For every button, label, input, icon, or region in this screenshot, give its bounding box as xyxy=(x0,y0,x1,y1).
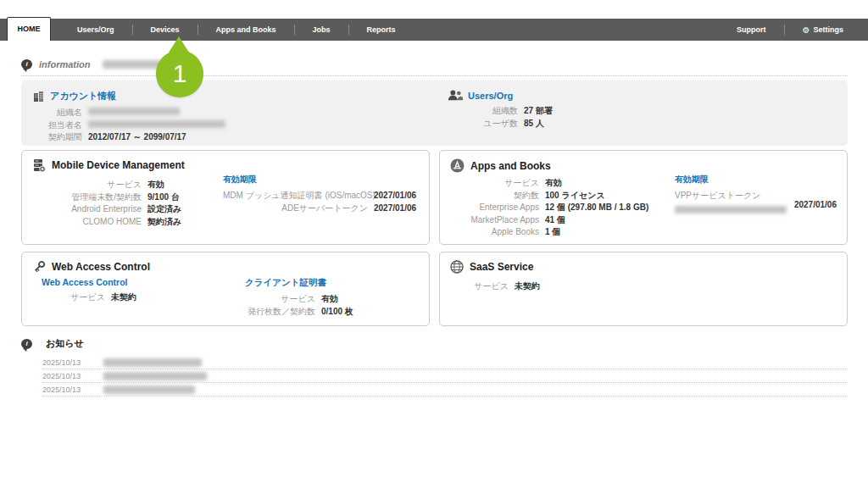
mdm-clomo-home-value: 契約済み xyxy=(147,216,181,228)
account-contact-value xyxy=(88,119,225,131)
ab-expiry-link[interactable]: 有効期限 xyxy=(675,174,787,186)
news-item-date: 2025/10/13 xyxy=(42,372,92,380)
tab-home[interactable]: HOME xyxy=(7,17,51,41)
ab-service-label: サービス xyxy=(440,177,545,189)
org-count-label: 組織数 xyxy=(448,105,524,117)
information-label: information xyxy=(39,59,91,69)
news-section: i お知らせ 2025/10/13 2025/10/13 2025/10/13 xyxy=(21,337,848,396)
info-bubble-icon: i xyxy=(21,59,32,69)
callout-step-badge: 1 xyxy=(156,50,203,97)
mdm-device-icon xyxy=(32,158,46,172)
saas-service-label: サービス xyxy=(440,280,515,292)
building-icon xyxy=(33,91,45,103)
wac-service-value: 未契約 xyxy=(111,291,136,303)
mdm-android-enterprise-value: 設定済み xyxy=(147,203,181,215)
cert-service-value: 有効 xyxy=(321,293,353,305)
news-item-date: 2025/10/13 xyxy=(42,385,92,394)
news-item-date: 2025/10/13 xyxy=(42,358,92,367)
mdm-android-enterprise-label: Android Enterprise xyxy=(22,203,147,215)
mdm-device-count-label: 管理端末数/契約数 xyxy=(22,191,147,203)
support-link[interactable]: Support xyxy=(719,25,784,34)
saas-card: SaaS Service サービス 未契約 xyxy=(439,252,848,326)
mdm-card-title: Mobile Device Management xyxy=(52,159,185,171)
globe-icon xyxy=(450,260,464,274)
news-item: 2025/10/13 xyxy=(42,369,848,383)
ab-enterprise-apps-label: Enterprise Apps xyxy=(440,202,545,214)
cert-service-label: サービス xyxy=(245,293,321,305)
users-icon xyxy=(448,90,463,101)
news-item-redacted-title[interactable] xyxy=(103,358,202,367)
information-row: i information xyxy=(21,53,848,76)
top-navbar: HOME Users/Org Devices Apps and Books Jo… xyxy=(0,19,868,41)
mdm-expiry-link[interactable]: 有効期限 xyxy=(223,174,416,186)
account-contract-period-label: 契約期間 xyxy=(33,131,88,143)
ab-marketplace-apps-value: 41 個 xyxy=(545,214,648,226)
ab-license-count-label: 契約数 xyxy=(440,190,545,202)
ab-marketplace-apps-label: MarketPlace Apps xyxy=(440,214,545,226)
appstore-icon xyxy=(450,158,465,173)
mdm-service-label: サービス xyxy=(22,179,147,191)
cert-issued-count-label: 発行枚数／契約数 xyxy=(245,306,321,318)
user-count-value: 85 人 xyxy=(524,118,553,130)
news-item: 2025/10/13 xyxy=(42,356,848,369)
tab-apps-and-books[interactable]: Apps and Books xyxy=(198,25,294,34)
ab-apple-books-value: 1 個 xyxy=(545,226,648,238)
vpp-token-redacted xyxy=(675,206,787,214)
apps-books-card-title: Apps and Books xyxy=(470,160,551,172)
gear-icon: ⚙ xyxy=(803,25,810,35)
tab-jobs[interactable]: Jobs xyxy=(295,25,348,34)
client-cert-link[interactable]: クライアント証明書 xyxy=(245,277,353,289)
account-contract-period-value: 2012/07/17 ～ 2099/07/17 xyxy=(88,131,225,143)
mdm-clomo-home-label: CLOMO HOME xyxy=(22,216,147,228)
ab-service-value: 有効 xyxy=(545,177,648,189)
vpp-token-label: VPPサービストークン xyxy=(675,190,787,202)
mdm-service-value: 有効 xyxy=(147,179,181,191)
mdm-device-count-value: 9/100 台 xyxy=(147,191,181,203)
web-access-control-link[interactable]: Web Access Control xyxy=(42,277,136,287)
mdm-card: Mobile Device Management サービス 有効 管理端末数/契… xyxy=(21,150,430,245)
ab-license-count-value: 100 ライセンス xyxy=(545,190,648,202)
cert-issued-count-value: 0/100 枚 xyxy=(321,306,353,318)
web-access-card-title: Web Access Control xyxy=(52,261,150,273)
tab-users-org[interactable]: Users/Org xyxy=(59,25,132,34)
news-item-redacted-title[interactable] xyxy=(103,372,207,380)
wac-service-label: サービス xyxy=(42,291,111,303)
users-org-link[interactable]: Users/Org xyxy=(468,91,513,101)
key-icon xyxy=(32,260,46,274)
org-count-value: 27 部署 xyxy=(524,105,553,117)
mdm-push-cert-expiry: 2027/01/06 xyxy=(374,190,416,202)
news-title: お知らせ xyxy=(46,337,84,350)
account-info-link[interactable]: アカウント情報 xyxy=(50,90,116,103)
user-count-label: ユーザ数 xyxy=(448,118,524,130)
account-org-name-label: 組織名 xyxy=(33,107,88,119)
account-summary-panel: アカウント情報 組織名 担当者名 契約期間 2012/07/17 ～ 2099/… xyxy=(21,80,848,146)
account-contact-label: 担当者名 xyxy=(33,119,88,131)
information-redacted-text xyxy=(103,60,165,69)
ade-server-token-label: ADEサーバートークン xyxy=(223,202,374,214)
ab-enterprise-apps-value: 12 個 (297.80 MB / 1.8 GB) xyxy=(545,202,648,214)
tab-devices[interactable]: Devices xyxy=(133,25,198,34)
apps-books-card: Apps and Books サービス 有効 契約数 100 ライセンス Ent… xyxy=(439,150,848,245)
tab-reports[interactable]: Reports xyxy=(349,25,414,34)
mdm-push-cert-label: MDM プッシュ通知証明書 (iOS/macOS) xyxy=(223,190,374,202)
ab-apple-books-label: Apple Books xyxy=(440,226,545,238)
vpp-token-expiry: 2027/01/06 xyxy=(794,200,837,209)
account-org-name-value xyxy=(88,107,225,119)
web-access-card: Web Access Control Web Access Control サー… xyxy=(21,252,430,326)
news-item-redacted-title[interactable] xyxy=(103,385,195,394)
saas-service-value: 未契約 xyxy=(515,280,540,292)
saas-card-title: SaaS Service xyxy=(470,261,533,273)
ade-server-token-expiry: 2027/01/06 xyxy=(374,202,416,214)
settings-label: Settings xyxy=(813,25,843,34)
news-bubble-icon: i xyxy=(21,339,32,349)
settings-link[interactable]: ⚙ Settings xyxy=(785,25,861,35)
news-item: 2025/10/13 xyxy=(42,383,848,396)
